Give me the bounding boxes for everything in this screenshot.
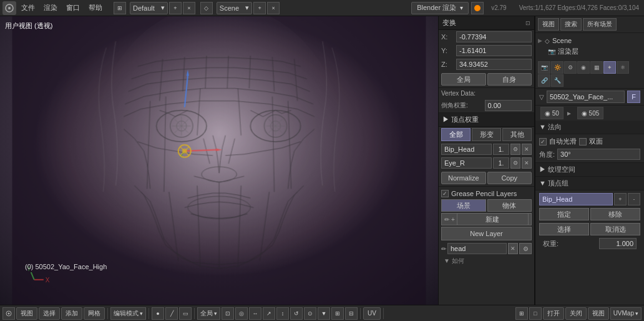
z-value[interactable]: 34.93452 <box>456 59 532 70</box>
render-engine-selector[interactable]: Blender 渲染 ▾ <box>411 2 469 14</box>
tab-other[interactable]: 其他 <box>502 128 532 141</box>
bt-tool-4[interactable]: ⊙ <box>304 307 316 320</box>
mesh-name[interactable]: 50502_Yao_Face_... <box>547 91 625 103</box>
bt-right-icon-1[interactable]: ⊞ <box>515 307 528 320</box>
normals-section-header[interactable]: ▼ 法向 <box>535 121 644 134</box>
render-layer-item[interactable]: 📷 渲染层 <box>538 46 642 57</box>
vertex-groups-header[interactable]: ▼ 顶点组 <box>535 177 644 190</box>
tab-all[interactable]: 全部 <box>441 128 471 141</box>
bt-vertex-icon[interactable]: ● <box>152 307 164 320</box>
normalize-btn[interactable]: Normalize <box>441 172 486 184</box>
bevel-value[interactable]: 0.00 <box>485 100 532 111</box>
bt-view-btn[interactable]: 视图 <box>16 307 37 320</box>
modifiers-tab-icon[interactable]: 🔧 <box>551 74 564 87</box>
menu-help[interactable]: 帮助 <box>85 2 106 14</box>
texture-tab-icon[interactable]: ▦ <box>590 61 603 74</box>
frp-allobjects-tab[interactable]: 所有场景 <box>583 18 617 31</box>
bt-tool-1[interactable]: ↗ <box>263 307 275 320</box>
bt-blender-icon[interactable] <box>2 307 15 320</box>
camera-tab-icon[interactable]: 📷 <box>538 61 550 74</box>
bt-mesh-btn[interactable]: 网格 <box>84 307 105 320</box>
vg-list-add[interactable]: + <box>614 193 627 205</box>
bt-tool-6[interactable]: ⊞ <box>331 307 344 320</box>
texture-space-header[interactable]: ▶ 纹理空间 <box>535 163 644 177</box>
layout-selector[interactable]: Default ▾ <box>130 2 168 14</box>
angle-value[interactable]: 30° <box>557 149 640 160</box>
scene-selector[interactable]: Scene ▾ <box>217 2 252 14</box>
add-scene-icon[interactable]: + <box>253 2 266 14</box>
physics-tab-icon[interactable]: ⚛ <box>617 61 629 74</box>
double-checkbox[interactable] <box>579 138 587 146</box>
particles-tab-icon[interactable]: ✦ <box>603 61 616 74</box>
bt-tool-5[interactable]: ▼ <box>318 307 330 320</box>
bt-right-icon-2[interactable]: □ <box>529 307 542 320</box>
bt-uvmap-dropdown[interactable]: UVMap ▾ <box>610 307 642 320</box>
bt-open-btn[interactable]: 打开 <box>543 307 564 320</box>
vg-remove-btn[interactable]: 移除 <box>590 208 640 220</box>
frp-view-tab[interactable]: 视图 <box>538 18 559 31</box>
tab-shape[interactable]: 形变 <box>472 128 501 141</box>
bt-add-btn[interactable]: 添加 <box>61 307 82 320</box>
close-layout-icon[interactable]: × <box>183 2 195 14</box>
weight-value[interactable]: 1.000 <box>599 238 637 249</box>
vg-remove-2[interactable]: ✕ <box>522 157 532 169</box>
bt-tool-7[interactable]: ⊟ <box>345 307 358 320</box>
vg-settings-2[interactable]: ⚙ <box>510 157 520 169</box>
constraints-tab-icon[interactable]: 🔗 <box>538 74 550 87</box>
bt-select-btn[interactable]: 选择 <box>39 307 60 320</box>
blender-icon[interactable] <box>2 1 16 15</box>
settings-tab-icon[interactable]: ⚙ <box>564 61 577 74</box>
menu-file[interactable]: 文件 <box>17 2 39 14</box>
grease-body-btn[interactable]: 物体 <box>487 199 532 212</box>
close-scene-icon[interactable]: × <box>267 2 280 14</box>
frp-search-tab[interactable]: 搜索 <box>560 18 582 31</box>
viewport[interactable]: 用户视图 (透视) <box>0 16 438 305</box>
viewport-canvas[interactable]: 用户视图 (透视) <box>0 16 438 305</box>
head-settings-btn[interactable]: ⚙ <box>519 243 532 254</box>
bt-proportional-icon[interactable]: ◎ <box>235 307 248 320</box>
menu-render[interactable]: 渲染 <box>40 2 61 14</box>
vg-select-btn[interactable]: 选择 <box>539 223 589 235</box>
vg-deselect-btn[interactable]: 取消选 <box>590 223 640 235</box>
copy-btn[interactable]: Copy <box>487 172 532 184</box>
bt-mirror-icon[interactable]: ↔ <box>249 307 261 320</box>
vg-name-2[interactable]: Eye_R <box>441 157 492 169</box>
bt-mode-dropdown[interactable]: 编辑模式 ▾ <box>110 307 146 320</box>
bt-snap-icon[interactable]: ⊡ <box>222 307 234 320</box>
vg-name-1[interactable]: Bip_Head <box>441 144 492 155</box>
mesh-f-btn[interactable]: F <box>627 91 640 103</box>
scene-icon[interactable]: ◇ <box>200 2 213 14</box>
vg-settings-1[interactable]: ⚙ <box>510 144 520 155</box>
bt-edge-icon[interactable]: ╱ <box>165 307 178 320</box>
head-input[interactable]: head <box>447 243 507 254</box>
grease-new-btn[interactable]: 新建 <box>457 213 529 225</box>
vertex-weight-header[interactable]: ▶ 顶点权重 <box>439 113 534 127</box>
bt-tool-2[interactable]: ↕ <box>276 307 289 320</box>
transform-header[interactable]: 变换 ⊡ <box>439 16 534 30</box>
vg-list-name-head[interactable]: Bip_Head <box>539 193 613 205</box>
vg-weight-2[interactable]: 1. <box>493 157 509 169</box>
new-layer-btn[interactable]: New Layer <box>441 227 532 240</box>
x-value[interactable]: -0.77394 <box>456 31 532 42</box>
bt-uv-btn[interactable]: UV <box>363 307 381 320</box>
vg-weight-1[interactable]: 1. <box>493 144 509 155</box>
y-value[interactable]: -1.61401 <box>456 45 532 56</box>
bt-tool-3[interactable]: ↺ <box>290 307 303 320</box>
vg-list-remove[interactable]: - <box>628 193 640 205</box>
add-layout-icon[interactable]: + <box>169 2 182 14</box>
scene-root-item[interactable]: ▶ ◇ Scene <box>538 36 642 46</box>
render-tab-icon[interactable]: 🔆 <box>551 61 564 74</box>
material-tab-icon[interactable]: ◉ <box>577 61 590 74</box>
bt-global-dropdown[interactable]: 全局 ▾ <box>197 307 220 320</box>
grease-checkbox[interactable] <box>441 190 449 197</box>
smooth-checkbox[interactable] <box>539 138 547 146</box>
vg-assign-btn[interactable]: 指定 <box>539 208 589 220</box>
global-btn[interactable]: 全局 <box>441 73 486 86</box>
bt-view2-btn[interactable]: 视图 <box>588 307 609 320</box>
head-x-btn[interactable]: ✕ <box>508 243 518 254</box>
vg-remove-1[interactable]: ✕ <box>522 144 532 155</box>
grid-icon[interactable]: ⊞ <box>114 2 126 14</box>
local-btn[interactable]: 自身 <box>487 73 532 86</box>
grease-scene-btn[interactable]: 场景 <box>441 199 486 212</box>
bt-face-icon[interactable]: ▭ <box>179 307 192 320</box>
